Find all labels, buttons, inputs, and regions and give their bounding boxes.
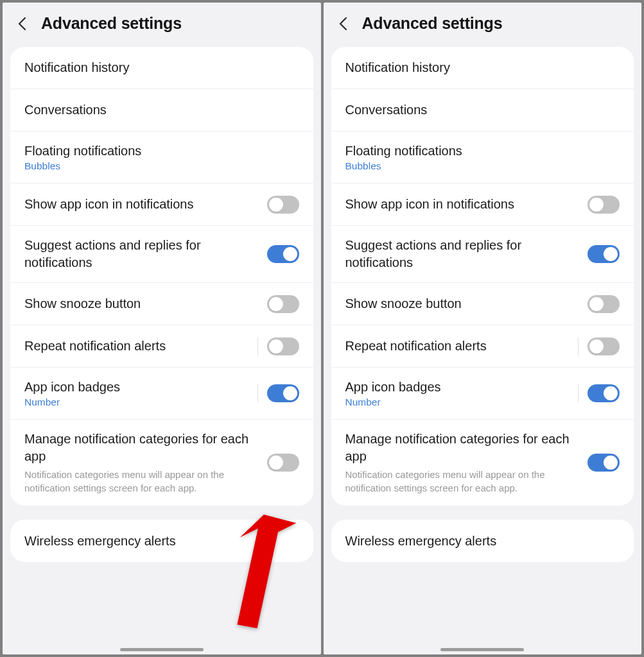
row-label: Manage notification categories for each … — [345, 431, 578, 465]
settings-screen-left: Advanced settings Notification history C… — [3, 3, 321, 654]
row-wireless-emergency[interactable]: Wireless emergency alerts — [10, 520, 313, 562]
header: Advanced settings — [324, 3, 642, 47]
row-conversations[interactable]: Conversations — [331, 89, 634, 132]
row-label: Show app icon in notifications — [345, 196, 578, 213]
row-snooze-button[interactable]: Show snooze button — [331, 283, 634, 325]
header: Advanced settings — [3, 3, 321, 47]
row-conversations[interactable]: Conversations — [10, 89, 313, 132]
row-subtitle: Number — [345, 397, 568, 408]
row-show-app-icon[interactable]: Show app icon in notifications — [331, 183, 634, 226]
row-label: Notification history — [24, 59, 289, 76]
row-label: Show app icon in notifications — [24, 196, 257, 213]
page-title: Advanced settings — [362, 14, 503, 33]
toggle-app-icon-badges[interactable] — [267, 384, 299, 402]
row-label: Floating notifications — [24, 142, 289, 160]
row-label: Wireless emergency alerts — [24, 533, 289, 550]
chevron-left-icon — [17, 17, 26, 31]
toggle-show-app-icon[interactable] — [587, 196, 620, 214]
toggle-show-app-icon[interactable] — [267, 196, 299, 214]
row-app-icon-badges[interactable]: App icon badges Number — [331, 368, 634, 420]
toggle-manage-categories[interactable] — [587, 454, 620, 472]
row-show-app-icon[interactable]: Show app icon in notifications — [10, 183, 313, 226]
page-title: Advanced settings — [41, 14, 182, 33]
home-indicator[interactable] — [120, 648, 204, 651]
row-label: Wireless emergency alerts — [345, 533, 610, 550]
row-label: App icon badges — [345, 379, 568, 396]
row-label: Suggest actions and replies for notifica… — [345, 237, 578, 271]
settings-group-main: Notification history Conversations Float… — [10, 47, 313, 506]
row-label: Conversations — [24, 101, 289, 119]
row-repeat-alerts[interactable]: Repeat notification alerts — [331, 325, 634, 368]
row-snooze-button[interactable]: Show snooze button — [10, 283, 313, 325]
toggle-repeat-alerts[interactable] — [587, 337, 620, 355]
row-subtitle: Bubbles — [345, 160, 610, 172]
divider — [578, 384, 579, 402]
back-button[interactable] — [335, 16, 351, 31]
chevron-left-icon — [338, 17, 347, 31]
row-wireless-emergency[interactable]: Wireless emergency alerts — [331, 520, 634, 562]
row-manage-categories[interactable]: Manage notification categories for each … — [331, 420, 634, 506]
row-label: Suggest actions and replies for notifica… — [24, 237, 257, 271]
row-notification-history[interactable]: Notification history — [331, 47, 634, 89]
settings-group-emergency: Wireless emergency alerts — [10, 520, 313, 562]
divider — [578, 337, 579, 355]
toggle-suggest-actions[interactable] — [587, 245, 620, 263]
row-floating-notifications[interactable]: Floating notifications Bubbles — [10, 132, 313, 183]
toggle-app-icon-badges[interactable] — [587, 384, 620, 402]
toggle-suggest-actions[interactable] — [267, 245, 299, 263]
row-label: Repeat notification alerts — [24, 337, 247, 355]
row-description: Notification categories menu will appear… — [24, 468, 257, 495]
row-label: Show snooze button — [24, 295, 257, 312]
row-repeat-alerts[interactable]: Repeat notification alerts — [10, 325, 313, 368]
toggle-manage-categories[interactable] — [267, 454, 299, 472]
divider — [257, 337, 258, 355]
row-label: Repeat notification alerts — [345, 337, 568, 355]
toggle-snooze-button[interactable] — [267, 295, 299, 313]
row-notification-history[interactable]: Notification history — [10, 47, 313, 89]
toggle-repeat-alerts[interactable] — [267, 337, 299, 355]
row-manage-categories[interactable]: Manage notification categories for each … — [10, 420, 313, 506]
row-subtitle: Bubbles — [24, 160, 289, 172]
settings-group-main: Notification history Conversations Float… — [331, 47, 634, 506]
back-button[interactable] — [14, 16, 30, 31]
toggle-snooze-button[interactable] — [587, 295, 620, 313]
row-subtitle: Number — [24, 397, 247, 408]
row-label: Notification history — [345, 59, 610, 76]
row-suggest-actions[interactable]: Suggest actions and replies for notifica… — [10, 226, 313, 283]
row-suggest-actions[interactable]: Suggest actions and replies for notifica… — [331, 226, 634, 283]
row-label: Show snooze button — [345, 295, 578, 312]
home-indicator[interactable] — [440, 648, 524, 651]
divider — [257, 384, 258, 402]
row-label: Conversations — [345, 101, 610, 119]
row-description: Notification categories menu will appear… — [345, 468, 578, 495]
row-label: App icon badges — [24, 379, 247, 396]
row-label: Floating notifications — [345, 142, 610, 160]
settings-screen-right: Advanced settings Notification history C… — [324, 3, 642, 654]
row-floating-notifications[interactable]: Floating notifications Bubbles — [331, 132, 634, 183]
row-app-icon-badges[interactable]: App icon badges Number — [10, 368, 313, 420]
row-label: Manage notification categories for each … — [24, 431, 257, 465]
settings-group-emergency: Wireless emergency alerts — [331, 520, 634, 562]
